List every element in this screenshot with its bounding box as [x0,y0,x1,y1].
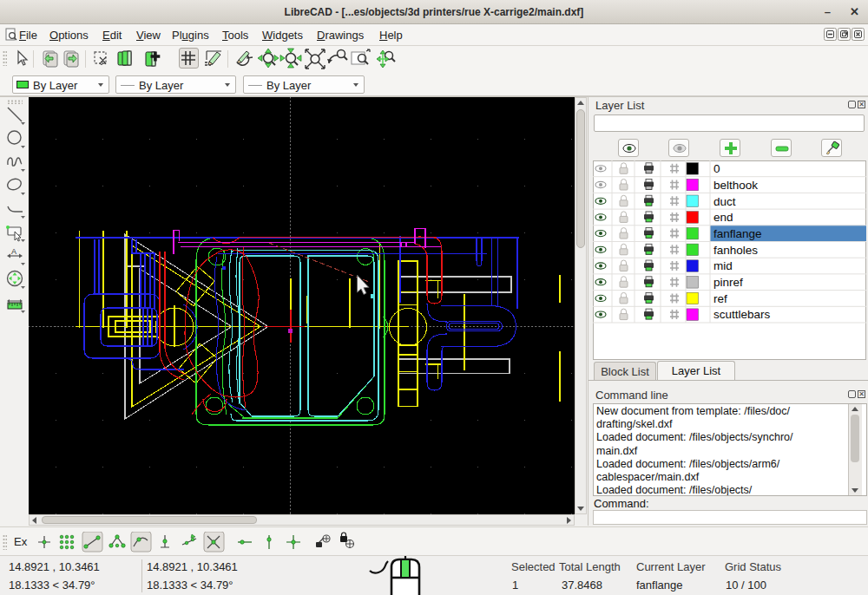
svg-text:end: end [713,211,733,224]
svg-text:belthook: belthook [713,179,758,192]
svg-text:fanflange: fanflange [713,227,762,240]
svg-text:0: 0 [713,162,720,175]
svg-text:mid: mid [713,259,733,272]
svg-text:A: A [11,247,16,256]
svg-text:duct: duct [713,195,736,208]
svg-text:ref: ref [713,292,727,305]
svg-text:fanholes: fanholes [713,244,758,257]
svg-text:scuttlebars: scuttlebars [713,308,771,321]
svg-text:pinref: pinref [713,276,743,289]
